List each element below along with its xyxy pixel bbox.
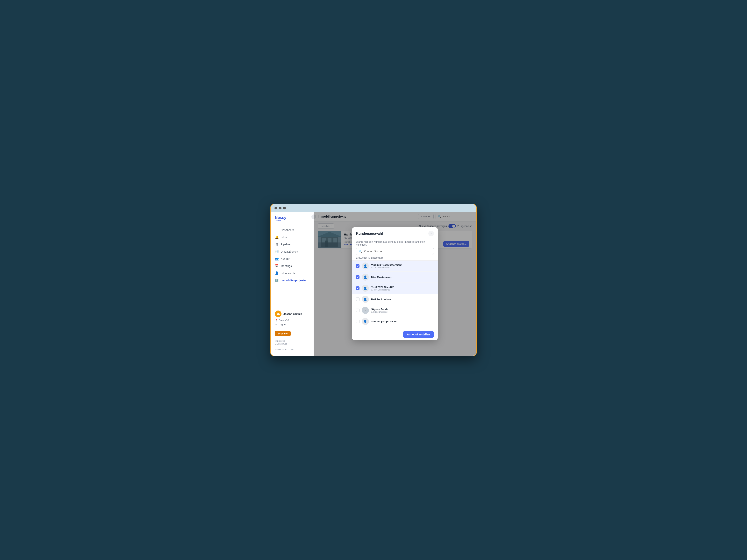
avatar-5: --: [362, 307, 369, 314]
footer-links: Impressum Datenschutz: [271, 338, 314, 347]
logo: Nessy Cloud: [271, 216, 314, 226]
checkbox-2[interactable]: [356, 275, 360, 279]
sidebar-item-interessenten[interactable]: 👤 Interessenten: [271, 269, 314, 277]
sidebar-item-kunden[interactable]: 👥 Kunden: [271, 255, 314, 262]
modal-search-box[interactable]: 🔍: [356, 248, 434, 255]
avatar-3: 👤: [362, 285, 369, 292]
preview-button[interactable]: Preview: [275, 331, 291, 336]
checkbox-3[interactable]: [356, 287, 360, 290]
sidebar-item-dashboard[interactable]: ⊞ Dashboard: [271, 226, 314, 234]
user-info: JS Joseph Sample: [275, 311, 310, 317]
avatar-1: 👤: [362, 263, 369, 269]
modal-footer: Angebot erstellen: [352, 329, 438, 340]
sidebar-label-interessenten: Interessenten: [281, 272, 297, 275]
logout-icon: →: [275, 323, 277, 326]
cust-name-1: VladimirTEst Mustermann: [371, 264, 434, 266]
demo-text: Demo-GS: [279, 319, 289, 322]
checkbox-6[interactable]: [356, 320, 360, 323]
sidebar-label-kunden: Kunden: [281, 257, 290, 260]
sidebar-label-pipeline: Pipeline: [281, 243, 290, 246]
user-section: JS Joseph Sample 📍 Demo-GS → Logout: [271, 308, 314, 329]
customer-item-5[interactable]: -- Skyznn Zarab & Sdsid Dsdsdsd: [352, 305, 438, 316]
customer-item-4[interactable]: 👤 Pati Ponkrashov: [352, 294, 438, 305]
modal-header: Kundenauswahl ×: [352, 227, 438, 238]
customer-item-7[interactable]: 👤 Andy2 Herbert: [352, 327, 438, 329]
location-icon: 📍: [275, 319, 278, 322]
browser-dot-3: [283, 207, 286, 209]
customer-item-3[interactable]: 👤 Test22322 Client22 & Test Contractor23: [352, 283, 438, 294]
checkbox-1[interactable]: [356, 264, 360, 268]
modal-subtitle: Wähle hier den Kunden aus dem du diese I…: [352, 238, 438, 248]
copyright: © DFK NORD. 2024: [271, 347, 314, 352]
avatar-6: 👤: [362, 318, 369, 325]
meetings-icon: 📅: [275, 264, 279, 268]
customer-list: 👤 VladimirTEst Mustermann & Xenia Muster…: [352, 260, 438, 329]
dashboard-icon: ⊞: [275, 228, 279, 232]
cust-info-5: Skyznn Zarab & Sdsid Dsdsdsd: [371, 308, 434, 313]
datenschutz-link[interactable]: Datenschutz: [275, 343, 310, 345]
checkbox-4[interactable]: [356, 297, 360, 301]
sidebar-item-meetings[interactable]: 📅 Meetings: [271, 262, 314, 269]
customer-item-2[interactable]: 👤 Mira Mustermann: [352, 272, 438, 283]
cust-name-5: Skyznn Zarab: [371, 308, 434, 311]
inbox-icon: 🔔: [275, 235, 279, 239]
logout-item[interactable]: → Logout: [275, 322, 310, 327]
logo-cloud: Cloud: [275, 219, 286, 222]
sidebar-item-pipeline[interactable]: ▦ Pipeline: [271, 241, 314, 248]
browser-dot-2: [279, 207, 282, 209]
sidebar-label-dashboard: Dashboard: [281, 229, 294, 232]
modal-search-icon: 🔍: [359, 249, 362, 253]
cust-partner-1: & Xenia Musterfrau: [371, 266, 434, 269]
cust-info-1: VladimirTEst Mustermann & Xenia Musterfr…: [371, 264, 434, 269]
browser-titlebar: [271, 204, 476, 212]
umsatz-icon: 📊: [275, 250, 279, 254]
sidebar: Nessy Cloud ⊞ Dashboard 🔔 Inbox ▦ Pipeli…: [271, 212, 314, 356]
modal-overlay[interactable]: Kundenauswahl × Wähle hier den Kunden au…: [314, 212, 476, 356]
cust-name-2: Mira Mustermann: [371, 276, 434, 278]
cust-info-2: Mira Mustermann: [371, 276, 434, 278]
sidebar-item-immobilienprojekte[interactable]: 🏢 Immobilienprojekte: [271, 277, 314, 284]
modal-count: 83 Kunden | 3 ausgewählt: [352, 257, 438, 260]
immobilien-icon: 🏢: [275, 278, 279, 282]
kunden-icon: 👥: [275, 257, 279, 261]
cust-info-4: Pati Ponkrashov: [371, 298, 434, 301]
customer-item-6[interactable]: 👤 another joseph client: [352, 316, 438, 327]
cust-info-3: Test22322 Client22 & Test Contractor23: [371, 286, 434, 291]
sidebar-label-umsatz: Umsatzbericht: [281, 250, 298, 253]
cust-name-3: Test22322 Client22: [371, 286, 434, 289]
browser-dot-1: [275, 207, 277, 209]
user-name: Joseph Sample: [283, 313, 302, 315]
main-content: Immobilienprojekte aufheben 🔍 Preis bis …: [314, 212, 476, 356]
impressum-link[interactable]: Impressum: [275, 340, 310, 342]
demo-label: 📍 Demo-GS: [275, 319, 310, 322]
sidebar-label-immobilien: Immobilienprojekte: [281, 279, 306, 282]
modal-dialog: Kundenauswahl × Wähle hier den Kunden au…: [352, 227, 438, 340]
logo-name: Nessy: [275, 216, 286, 219]
cust-name-4: Pati Ponkrashov: [371, 298, 434, 301]
sidebar-item-umsatzbericht[interactable]: 📊 Umsatzbericht: [271, 248, 314, 255]
avatar-2: 👤: [362, 273, 369, 281]
interessenten-icon: 👤: [275, 271, 279, 275]
modal-title: Kundenauswahl: [356, 232, 383, 236]
sidebar-label-meetings: Meetings: [281, 264, 292, 268]
logout-label: Logout: [279, 323, 286, 326]
customer-item-1[interactable]: 👤 VladimirTEst Mustermann & Xenia Muster…: [352, 261, 438, 272]
cust-name-6: another joseph client: [371, 320, 434, 323]
cust-info-6: another joseph client: [371, 320, 434, 323]
checkbox-5[interactable]: [356, 309, 360, 312]
sidebar-nav: ⊞ Dashboard 🔔 Inbox ▦ Pipeline 📊 Umsatzb…: [271, 226, 314, 284]
cust-partner-3: & Test Contractor23: [371, 289, 434, 291]
browser-window: Nessy Cloud ⊞ Dashboard 🔔 Inbox ▦ Pipeli…: [271, 204, 476, 356]
sidebar-item-inbox[interactable]: 🔔 Inbox: [271, 234, 314, 241]
modal-close-button[interactable]: ×: [428, 231, 434, 236]
pipeline-icon: ▦: [275, 242, 279, 246]
modal-search-input[interactable]: [364, 250, 431, 253]
app-container: Nessy Cloud ⊞ Dashboard 🔔 Inbox ▦ Pipeli…: [271, 212, 476, 356]
angebot-erstellen-button[interactable]: Angebot erstellen: [403, 331, 434, 338]
avatar-4: 👤: [362, 296, 369, 303]
avatar: JS: [275, 311, 282, 317]
sidebar-label-inbox: Inbox: [281, 236, 287, 239]
cust-partner-5: & Sdsid Dsdsdsd: [371, 311, 434, 313]
